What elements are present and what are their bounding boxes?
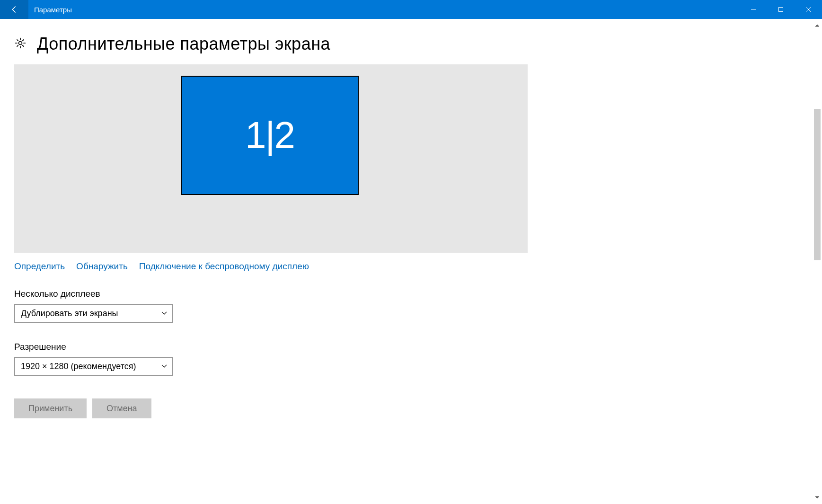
svg-point-1 — [19, 42, 22, 45]
apply-button[interactable]: Применить — [14, 398, 87, 418]
svg-rect-0 — [779, 8, 783, 12]
minimize-icon — [751, 7, 756, 12]
display-tile[interactable]: 1|2 — [181, 76, 359, 195]
display-links-row: Определить Обнаружить Подключение к бесп… — [14, 261, 528, 272]
resolution-label: Разрешение — [14, 342, 528, 352]
window-controls — [740, 0, 822, 19]
back-button[interactable] — [0, 0, 28, 19]
cancel-button[interactable]: Отмена — [92, 398, 151, 418]
resolution-select[interactable]: 1920 × 1280 (рекомендуется) — [14, 357, 173, 376]
title-bar: Параметры — [0, 0, 822, 19]
content-area: 1|2 Определить Обнаружить Подключение к … — [14, 64, 528, 418]
display-tile-label: 1|2 — [245, 114, 294, 157]
gear-icon — [14, 37, 27, 51]
window-title: Параметры — [28, 0, 740, 19]
display-arrangement-area[interactable]: 1|2 — [14, 64, 528, 253]
resolution-value: 1920 × 1280 (рекомендуется) — [21, 362, 136, 371]
page-header: Дополнительные параметры экрана — [0, 34, 822, 54]
wireless-display-link[interactable]: Подключение к беспроводному дисплею — [139, 261, 309, 272]
multiple-displays-select[interactable]: Дублировать эти экраны — [14, 304, 173, 323]
scrollbar-thumb[interactable] — [814, 109, 821, 260]
action-row: Применить Отмена — [14, 398, 528, 418]
identify-link[interactable]: Определить — [14, 261, 65, 272]
page-title: Дополнительные параметры экрана — [37, 34, 330, 54]
scrollbar-up-button[interactable] — [813, 22, 821, 29]
multiple-displays-label: Несколько дисплеев — [14, 289, 528, 299]
chevron-down-icon — [161, 362, 168, 371]
close-button[interactable] — [795, 0, 822, 19]
page-body: Дополнительные параметры экрана 1|2 Опре… — [0, 19, 822, 504]
chevron-down-icon — [161, 309, 168, 318]
maximize-button[interactable] — [767, 0, 795, 19]
close-icon — [805, 7, 811, 12]
multiple-displays-value: Дублировать эти экраны — [21, 309, 118, 318]
scrollbar-down-button[interactable] — [813, 494, 821, 501]
chevron-up-icon — [815, 23, 820, 28]
maximize-icon — [778, 7, 784, 12]
arrow-left-icon — [10, 5, 18, 14]
detect-link[interactable]: Обнаружить — [76, 261, 128, 272]
chevron-down-icon — [815, 495, 820, 500]
vertical-scrollbar[interactable] — [813, 19, 822, 504]
minimize-button[interactable] — [740, 0, 767, 19]
